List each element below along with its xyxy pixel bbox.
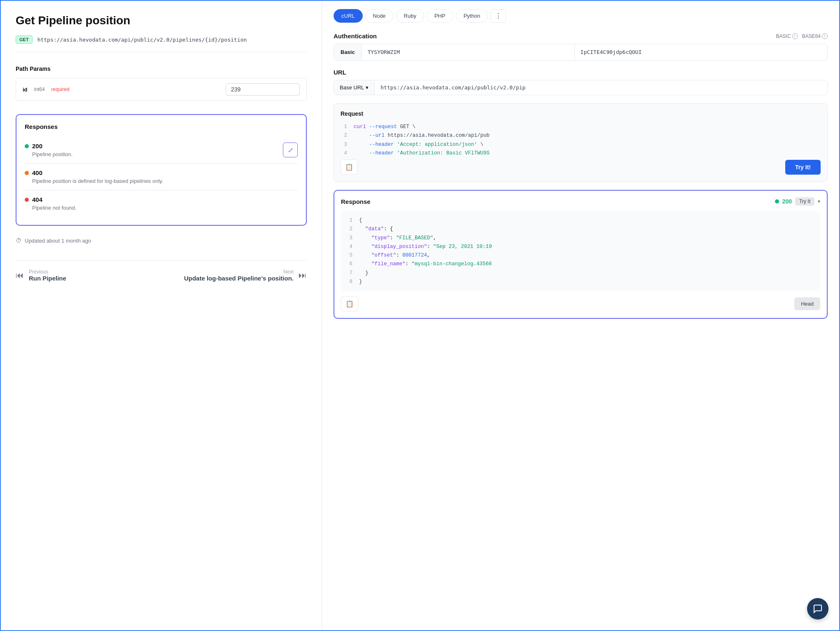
response-item-400: 400 Pipeline position is defined for log… bbox=[25, 164, 298, 190]
response-status-row: 200 Try It ▾ bbox=[775, 197, 820, 206]
nav-row: ⏮ Previous Run Pipeline Next Update log-… bbox=[16, 260, 307, 282]
status-dot-400 bbox=[25, 171, 29, 175]
lang-tabs: cURL Node Ruby PHP Python ⋮ bbox=[334, 9, 828, 23]
response-item-200: 200 Pipeline position. ⤢ bbox=[25, 137, 298, 164]
chat-widget[interactable] bbox=[807, 598, 828, 619]
resp-line-4: 4 "display_position": "Sep 23, 2021 10:1… bbox=[346, 243, 815, 251]
head-button[interactable]: Head bbox=[794, 297, 820, 310]
param-required: required bbox=[51, 86, 70, 92]
more-langs-button[interactable]: ⋮ bbox=[490, 9, 506, 23]
auth-title: Authentication bbox=[334, 33, 377, 40]
resp-line-2: 2 "data": { bbox=[346, 225, 815, 234]
response-footer: 📋 Head bbox=[341, 296, 820, 311]
tab-python[interactable]: Python bbox=[456, 9, 488, 23]
response-desc-404: Pipeline not found. bbox=[32, 205, 298, 211]
tab-ruby[interactable]: Ruby bbox=[396, 9, 424, 23]
response-item-404: 404 Pipeline not found. bbox=[25, 190, 298, 217]
param-name: id bbox=[23, 86, 28, 93]
line-text-4: --header 'Authorization: Basic VFlTWU9S bbox=[354, 149, 490, 158]
code-line-1: 1 curl --request GET \ bbox=[341, 123, 821, 131]
updated-text: Updated about 1 month ago bbox=[25, 238, 91, 244]
line-num-3: 3 bbox=[341, 140, 347, 149]
right-panel: cURL Node Ruby PHP Python ⋮ Authenticati… bbox=[322, 1, 839, 630]
basic-badge: BASIC i bbox=[776, 33, 798, 39]
path-params-section: Path Params id int64 required bbox=[16, 65, 307, 101]
request-actions: 📋 Try It! bbox=[341, 158, 821, 175]
response-status-code: 200 bbox=[782, 198, 792, 205]
tab-curl[interactable]: cURL bbox=[334, 9, 363, 23]
url-value: https://asia.hevodata.com/api/public/v2.… bbox=[375, 80, 827, 95]
clock-icon: ⏱ bbox=[16, 237, 21, 244]
responses-section: Responses 200 Pipeline position. ⤢ 400 P… bbox=[16, 114, 307, 226]
endpoint-row: GET https://asia.hevodata.com/api/public… bbox=[16, 35, 307, 52]
response-code-404: 404 bbox=[32, 196, 42, 203]
request-code-block: 1 curl --request GET \ 2 --url https://a… bbox=[341, 123, 821, 158]
next-label: Next bbox=[184, 269, 294, 275]
request-section: Request 1 curl --request GET \ 2 --url h… bbox=[334, 103, 828, 182]
line-text-1: curl --request GET \ bbox=[354, 123, 415, 131]
status-dot-200 bbox=[25, 144, 29, 148]
resp-num-4: 4 bbox=[346, 243, 352, 251]
response-desc-400: Pipeline position is defined for log-bas… bbox=[32, 178, 298, 184]
chevron-down-icon[interactable]: ▾ bbox=[818, 199, 820, 204]
base64-badge: BASE64 i bbox=[802, 33, 828, 39]
response-panel: Response 200 Try It ▾ 1 { 2 "data": { 3 … bbox=[334, 190, 828, 319]
auth-section: Authentication BASIC i BASE64 i Basic TY… bbox=[334, 33, 828, 61]
line-num-2: 2 bbox=[341, 131, 347, 140]
resp-num-2: 2 bbox=[346, 225, 352, 234]
line-text-3: --header 'Accept: application/json' \ bbox=[354, 140, 483, 149]
method-badge: GET bbox=[16, 35, 33, 44]
response-desc-200: Pipeline position. bbox=[32, 151, 298, 157]
responses-title: Responses bbox=[25, 123, 298, 130]
resp-num-1: 1 bbox=[346, 216, 352, 225]
chat-icon bbox=[813, 604, 823, 614]
response-panel-header: Response 200 Try It ▾ bbox=[341, 197, 820, 206]
prev-nav[interactable]: ⏮ Previous Run Pipeline bbox=[16, 269, 66, 282]
resp-num-6: 6 bbox=[346, 260, 352, 269]
line-num-4: 4 bbox=[341, 149, 347, 158]
resp-line-7: 7 } bbox=[346, 269, 815, 278]
tab-node[interactable]: Node bbox=[365, 9, 394, 23]
param-id-input[interactable] bbox=[226, 83, 300, 96]
base-url-label: Base URL bbox=[340, 84, 364, 91]
left-panel: Get Pipeline position GET https://asia.h… bbox=[1, 1, 322, 630]
auth-password: IpCITE4C90jdp6cQOUI bbox=[575, 44, 827, 60]
basic-info-icon[interactable]: i bbox=[792, 33, 798, 39]
resp-num-7: 7 bbox=[346, 269, 352, 278]
updated-info: ⏱ Updated about 1 month ago bbox=[16, 237, 307, 244]
param-type: int64 bbox=[34, 86, 45, 92]
expand-button-200[interactable]: ⤢ bbox=[283, 143, 298, 157]
resp-line-1: 1 { bbox=[346, 216, 815, 225]
base-url-button[interactable]: Base URL ▾ bbox=[334, 80, 375, 95]
request-title: Request bbox=[341, 110, 821, 117]
next-arrow-icon: ⏭ bbox=[299, 271, 307, 280]
copy-request-button[interactable]: 📋 bbox=[341, 159, 358, 175]
code-line-2: 2 --url https://asia.hevodata.com/api/pu… bbox=[341, 131, 821, 140]
chevron-down-icon: ▾ bbox=[366, 84, 369, 91]
resp-line-8: 8 } bbox=[346, 278, 815, 286]
next-nav[interactable]: Next Update log-based Pipeline's positio… bbox=[184, 269, 307, 282]
code-line-4: 4 --header 'Authorization: Basic VFlTWU9… bbox=[341, 149, 821, 158]
response-code-400: 400 bbox=[32, 169, 42, 176]
next-title: Update log-based Pipeline's position. bbox=[184, 275, 294, 282]
base64-info-icon[interactable]: i bbox=[822, 33, 828, 39]
param-row: id int64 required bbox=[16, 78, 307, 101]
resp-num-5: 5 bbox=[346, 251, 352, 260]
try-it-button[interactable]: Try It! bbox=[785, 160, 821, 175]
resp-num-3: 3 bbox=[346, 234, 352, 243]
line-num-1: 1 bbox=[341, 123, 347, 131]
resp-line-5: 5 "offset": 80017724, bbox=[346, 251, 815, 260]
response-status-dot bbox=[775, 199, 779, 203]
response-panel-title: Response bbox=[341, 198, 371, 205]
auth-type-label: Basic bbox=[334, 44, 362, 60]
resp-line-6: 6 "file_name": "mysql-bin-changelog.4356… bbox=[346, 260, 815, 269]
status-dot-404 bbox=[25, 198, 29, 202]
tab-php[interactable]: PHP bbox=[427, 9, 453, 23]
copy-response-button[interactable]: 📋 bbox=[341, 296, 358, 311]
resp-num-8: 8 bbox=[346, 278, 352, 286]
auth-row: Basic TYSYORWZIM IpCITE4C90jdp6cQOUI bbox=[334, 44, 828, 61]
try-it-label-badge: Try It bbox=[795, 197, 814, 206]
url-title: URL bbox=[334, 69, 828, 76]
prev-title: Run Pipeline bbox=[29, 275, 66, 282]
auth-badges: BASIC i BASE64 i bbox=[776, 33, 828, 39]
